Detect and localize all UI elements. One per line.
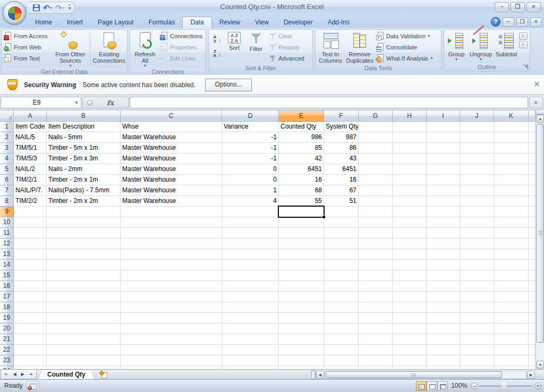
- page-break-view-button[interactable]: [437, 381, 448, 391]
- cell-G23[interactable]: [359, 355, 393, 366]
- refresh-all-button[interactable]: Refresh All▼: [131, 30, 159, 67]
- cell-G16[interactable]: [359, 281, 393, 292]
- scroll-right-icon[interactable]: ▶: [527, 371, 535, 379]
- cell-K10[interactable]: [494, 217, 529, 228]
- cell-C16[interactable]: [121, 281, 222, 292]
- from-access-button[interactable]: From Access: [3, 30, 53, 41]
- cell-I15[interactable]: [427, 270, 460, 281]
- cell-F3[interactable]: 86: [324, 143, 359, 154]
- row-header-10[interactable]: 10: [0, 217, 14, 228]
- cell-H20[interactable]: [393, 323, 427, 334]
- cell-J9[interactable]: [460, 207, 494, 217]
- cell-C21[interactable]: [121, 334, 222, 345]
- minimize-button[interactable]: –: [495, 2, 509, 12]
- cell-F18[interactable]: [324, 302, 359, 313]
- text-to-columns-button[interactable]: Text to Columns: [317, 30, 344, 64]
- row-header-6[interactable]: 6: [0, 175, 14, 185]
- cell-F19[interactable]: [324, 313, 359, 323]
- cell-A22[interactable]: [14, 345, 47, 355]
- zoom-slider-thumb[interactable]: [502, 382, 506, 389]
- cell-G7[interactable]: [359, 185, 393, 196]
- cell-F23[interactable]: [324, 355, 359, 366]
- cell-partial[interactable]: [529, 249, 536, 260]
- cell-F12[interactable]: [324, 238, 359, 249]
- col-header-C[interactable]: C: [121, 110, 222, 122]
- cell-partial[interactable]: [529, 143, 536, 154]
- cell-A4[interactable]: TIM/5/3: [14, 154, 47, 164]
- cell-C7[interactable]: Master Warehouse: [121, 185, 222, 196]
- cell-I9[interactable]: [427, 207, 460, 217]
- cell-J4[interactable]: [460, 154, 494, 164]
- cell-G18[interactable]: [359, 302, 393, 313]
- cell-H16[interactable]: [393, 281, 427, 292]
- tab-review[interactable]: Review: [212, 16, 248, 28]
- remove-duplicates-button[interactable]: Remove Duplicates: [344, 30, 375, 64]
- cell-I5[interactable]: [427, 164, 460, 175]
- cell-H19[interactable]: [393, 313, 427, 323]
- cell-F8[interactable]: 51: [324, 196, 359, 207]
- cell-E11[interactable]: [279, 228, 324, 238]
- outline-dialog-launcher-icon[interactable]: [523, 65, 528, 70]
- cell-K8[interactable]: [494, 196, 529, 207]
- cell-I14[interactable]: [427, 260, 460, 270]
- cell-C19[interactable]: [121, 313, 222, 323]
- cell-A17[interactable]: [14, 292, 47, 302]
- cell-H21[interactable]: [393, 334, 427, 345]
- vertical-scroll-thumb[interactable]: [537, 124, 544, 343]
- cell-partial[interactable]: [529, 355, 536, 366]
- cell-E1[interactable]: Counted Qty: [279, 122, 324, 132]
- cell-A19[interactable]: [14, 313, 47, 323]
- cell-F20[interactable]: [324, 323, 359, 334]
- what-if-analysis-button[interactable]: What-If Analysis ▼: [375, 53, 439, 64]
- col-header-D[interactable]: D: [222, 110, 279, 122]
- cell-E12[interactable]: [279, 238, 324, 249]
- cell-H8[interactable]: [393, 196, 427, 207]
- cell-A1[interactable]: Item Code: [14, 122, 47, 132]
- cell-F22[interactable]: [324, 345, 359, 355]
- redo-button[interactable]: ↷▾: [54, 3, 65, 13]
- workbook-minimize-button[interactable]: –: [503, 18, 514, 27]
- cell-G13[interactable]: [359, 249, 393, 260]
- cell-D13[interactable]: [222, 249, 279, 260]
- cell-K19[interactable]: [494, 313, 529, 323]
- cell-J17[interactable]: [460, 292, 494, 302]
- cell-F7[interactable]: 67: [324, 185, 359, 196]
- cell-E7[interactable]: 68: [279, 185, 324, 196]
- cell-K6[interactable]: [494, 175, 529, 185]
- cell-C15[interactable]: [121, 270, 222, 281]
- row-header-3[interactable]: 3: [0, 143, 14, 154]
- cell-B22[interactable]: [47, 345, 121, 355]
- cell-F4[interactable]: 43: [324, 154, 359, 164]
- cell-H14[interactable]: [393, 260, 427, 270]
- cell-D1[interactable]: Variance: [222, 122, 279, 132]
- cell-H2[interactable]: [393, 132, 427, 143]
- cell-H15[interactable]: [393, 270, 427, 281]
- row-header-1[interactable]: 1: [0, 122, 14, 132]
- row-header-11[interactable]: 11: [0, 228, 14, 238]
- cell-D17[interactable]: [222, 292, 279, 302]
- undo-dropdown-icon[interactable]: ▾: [50, 6, 53, 10]
- cell-J13[interactable]: [460, 249, 494, 260]
- cell-I20[interactable]: [427, 323, 460, 334]
- cell-B16[interactable]: [47, 281, 121, 292]
- col-header-J[interactable]: J: [460, 110, 494, 122]
- row-header-15[interactable]: 15: [0, 270, 14, 281]
- row-header-19[interactable]: 19: [0, 313, 14, 323]
- cell-E5[interactable]: 6451: [279, 164, 324, 175]
- col-header-I[interactable]: I: [427, 110, 460, 122]
- cell-D7[interactable]: 1: [222, 185, 279, 196]
- cell-D16[interactable]: [222, 281, 279, 292]
- cell-I2[interactable]: [427, 132, 460, 143]
- cell-K11[interactable]: [494, 228, 529, 238]
- cell-K23[interactable]: [494, 355, 529, 366]
- scroll-down-icon[interactable]: ▼: [537, 361, 544, 369]
- from-text-button[interactable]: From Text: [3, 53, 53, 64]
- tab-developer[interactable]: Developer: [276, 16, 320, 28]
- cell-B17[interactable]: [47, 292, 121, 302]
- cell-E17[interactable]: [279, 292, 324, 302]
- cell-J12[interactable]: [460, 238, 494, 249]
- cell-C11[interactable]: [121, 228, 222, 238]
- cell-G14[interactable]: [359, 260, 393, 270]
- cell-H22[interactable]: [393, 345, 427, 355]
- cell-J3[interactable]: [460, 143, 494, 154]
